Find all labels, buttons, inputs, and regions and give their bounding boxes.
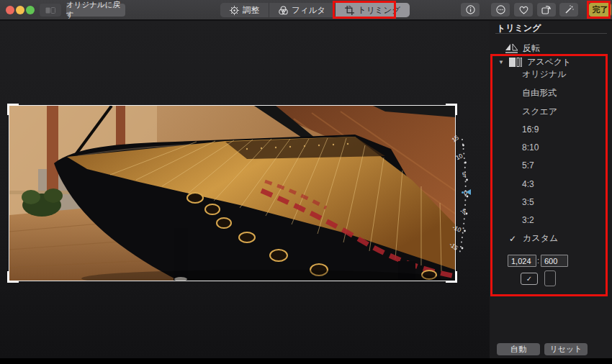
revert-to-original-button[interactable]: オリジナルに戻す [66,4,125,17]
auto-label: 自動 [510,344,526,355]
dial-pointer [466,189,471,195]
window-minimize-button[interactable] [16,6,24,14]
photo-crop-area[interactable] [9,106,455,281]
heart-icon [519,6,528,14]
compare-button[interactable] [40,4,61,17]
more-options-button[interactable] [491,3,510,17]
piano-photo [9,106,455,281]
straighten-dial[interactable]: 15 10 5 0 -5 -10 -15 [444,138,477,256]
dial-zero-tick [462,191,464,194]
crop-handle-bottom-left[interactable] [7,271,19,283]
window-close-button[interactable] [6,6,14,14]
annotation-box-done-button [587,1,611,19]
window-bottom-edge [0,358,612,364]
annotation-box-aspect-panel [490,54,608,296]
crop-handle-top-right[interactable] [446,104,457,115]
crop-handle-bottom-right[interactable] [446,271,457,283]
adjust-dial-icon [230,6,239,15]
rotate-button[interactable] [537,3,556,17]
tab-filter-label: フィルタ [292,5,325,16]
filter-circles-icon [279,6,288,15]
revert-label: オリジナルに戻す [66,0,125,20]
tab-filter[interactable]: フィルタ [269,3,336,17]
compare-icon [45,6,55,14]
toolbar: オリジナルに戻す 調整 フィルタ [0,0,612,20]
sidebar-divider [495,33,607,34]
magic-wand-icon [564,5,574,14]
reset-label: リセット [549,344,582,355]
auto-button[interactable]: 自動 [497,343,540,355]
flip-button[interactable]: 反転 [505,42,540,55]
info-button[interactable] [461,3,480,17]
annotation-box-crop-tab [333,1,396,19]
reset-button[interactable]: リセット [544,343,588,355]
flip-icon [505,44,518,53]
favorite-button[interactable] [514,3,533,17]
window-zoom-button[interactable] [26,6,35,14]
info-circle-icon [466,5,475,14]
flip-label: 反転 [523,42,540,55]
auto-enhance-button[interactable] [559,3,578,17]
tab-adjust[interactable]: 調整 [220,3,269,17]
tab-adjust-label: 調整 [243,5,259,16]
ellipsis-circle-icon [496,5,505,14]
rotate-icon [541,5,552,14]
dial-label-0: 0 [453,189,467,196]
crop-handle-top-left[interactable] [7,104,19,115]
